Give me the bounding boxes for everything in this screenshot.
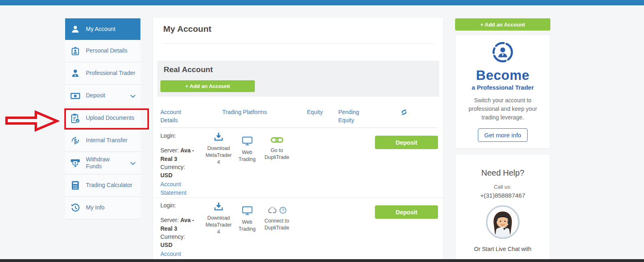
go-to-duplitrade-link[interactable]: Go to DupliTrade: [260, 137, 294, 161]
real-account-section: Real Account + Add an Account: [157, 61, 439, 97]
question-icon[interactable]: ?: [279, 207, 287, 216]
sidebar-item-label: My Account: [86, 26, 115, 33]
right-panel: + Add an Account Become a Professional T…: [455, 18, 550, 261]
divider: [163, 43, 434, 44]
platform-label: Download MetaTrader 4: [204, 215, 233, 236]
sidebar-item-label: My Info: [86, 204, 105, 211]
red-arrow-annotation: [5, 109, 59, 134]
sidebar-item-label: Trading Calculator: [86, 182, 132, 189]
sidebar-item-professional-trader[interactable]: Professional Trader: [65, 62, 140, 85]
section-title: Real Account: [164, 65, 213, 74]
web-trading-link[interactable]: Web Trading: [235, 206, 259, 233]
sidebar-item-label: Personal Details: [86, 47, 127, 55]
sidebar-item-label: Professional Trader: [86, 70, 135, 77]
banknote-icon: [70, 92, 81, 99]
sidebar-item-label: Withdraw Funds: [86, 156, 125, 170]
currency-value: USD: [160, 172, 173, 178]
top-blue-bar: [0, 0, 644, 5]
server-line: Server: Ava - Real 3: [160, 216, 202, 233]
account-statement-link[interactable]: Account Statement: [160, 180, 202, 197]
account-details-cell: Login: Server: Ava - Real 3 Currency: US…: [160, 201, 202, 262]
sidebar-item-label: Upload Documents: [86, 114, 134, 122]
chain-link-icon: [271, 139, 283, 145]
platform-label: Web Trading: [235, 149, 259, 163]
server-line: Server: Ava - Real 3: [160, 146, 202, 163]
sidebar-item-deposit[interactable]: Deposit: [65, 85, 140, 107]
help-title: Need Help?: [456, 154, 550, 178]
call-us-label: Call us:: [456, 184, 550, 190]
add-account-button[interactable]: + Add an Account: [160, 80, 255, 92]
get-more-info-button[interactable]: Get more info: [478, 128, 528, 142]
sidebar-item-withdraw-funds[interactable]: Withdraw Funds: [65, 152, 140, 174]
column-header-equity: Equity: [307, 108, 323, 116]
add-account-button[interactable]: + Add an Account: [455, 18, 550, 31]
account-row: Login: Server: Ava - Real 3 Currency: US…: [153, 198, 444, 262]
sidebar-item-trading-calculator[interactable]: Trading Calculator: [65, 174, 140, 197]
column-header-trading-platforms: Trading Platforms: [222, 108, 267, 116]
live-chat-text: Or Start Live Chat with: [456, 246, 550, 252]
web-trading-link[interactable]: Web Trading: [235, 137, 259, 163]
chevron-down-icon: [130, 160, 136, 166]
calculator-icon: [70, 181, 81, 190]
pro-card-title: Become: [456, 68, 550, 83]
upload-documents-icon: [70, 113, 81, 123]
professional-badge-icon: [491, 58, 514, 65]
download-metatrader-link[interactable]: Download MetaTrader 4: [204, 202, 233, 236]
currency-label: Currency:: [160, 233, 202, 241]
svg-text:?: ?: [282, 207, 284, 212]
download-metatrader-link[interactable]: Download MetaTrader 4: [204, 132, 233, 166]
pro-card-description: Switch your account to professional and …: [462, 96, 543, 122]
platform-label: Go to DupliTrade: [260, 147, 294, 161]
platform-label: Connect to DupliTrade: [260, 218, 294, 231]
sidebar-item-upload-documents[interactable]: Upload Documents: [65, 107, 140, 130]
sidebar-item-my-info[interactable]: My Info: [65, 197, 140, 219]
need-help-card: Need Help? Call us: +(31)858887467: [455, 154, 550, 261]
platform-label: Download MetaTrader 4: [204, 145, 233, 166]
deposit-button[interactable]: Deposit: [375, 205, 438, 219]
user-icon: [70, 25, 81, 34]
currency-label: Currency:: [160, 163, 202, 171]
sidebar-item-internal-transfer[interactable]: $ Internal Transfer: [65, 130, 140, 152]
monitor-icon: [242, 141, 253, 147]
download-icon: [214, 207, 223, 212]
id-card-icon: [70, 46, 81, 56]
account-details-cell: Login: Server: Ava - Real 3 Currency: US…: [160, 132, 202, 197]
sidebar-item-label: Internal Transfer: [86, 137, 127, 144]
connect-to-duplitrade-link[interactable]: ? Connect to DupliTrade: [260, 206, 294, 231]
monitor-icon: [242, 211, 253, 216]
column-header-account-details: Account Details: [160, 108, 186, 125]
page-title: My Account: [163, 24, 211, 34]
trader-icon: [70, 69, 81, 78]
divider: [160, 128, 437, 128]
account-row: Login: Server: Ava - Real 3 Currency: US…: [153, 128, 444, 198]
refresh-icon[interactable]: [401, 109, 407, 117]
support-agent-avatar: [456, 205, 550, 241]
sidebar-item-label: Deposit: [86, 92, 105, 99]
account-sidebar: My Account Personal Details Professional…: [65, 18, 140, 219]
pro-card-subtitle: a Professional Trader: [456, 84, 550, 91]
chevron-down-icon: [130, 92, 136, 99]
sidebar-item-my-account[interactable]: My Account: [65, 18, 140, 40]
platform-label: Web Trading: [235, 219, 259, 233]
broken-link-icon: [267, 206, 278, 216]
download-icon: [214, 137, 223, 143]
money-transfer-icon: $: [70, 136, 81, 145]
phone-number: +(31)858887467: [456, 192, 550, 199]
login-label: Login:: [160, 201, 202, 209]
login-label: Login:: [160, 132, 202, 140]
currency-value: USD: [160, 242, 173, 248]
my-account-panel: My Account Real Account + Add an Account…: [153, 17, 444, 262]
sidebar-item-personal-details[interactable]: Personal Details: [65, 40, 140, 62]
deposit-button[interactable]: Deposit: [375, 136, 438, 149]
professional-trader-card: Become a Professional Trader Switch your…: [455, 35, 550, 149]
column-header-pending-equity: Pending Equity: [338, 108, 362, 125]
history-icon: [70, 203, 81, 212]
bottom-window-edge: [0, 259, 644, 262]
withdraw-icon: [70, 159, 81, 167]
